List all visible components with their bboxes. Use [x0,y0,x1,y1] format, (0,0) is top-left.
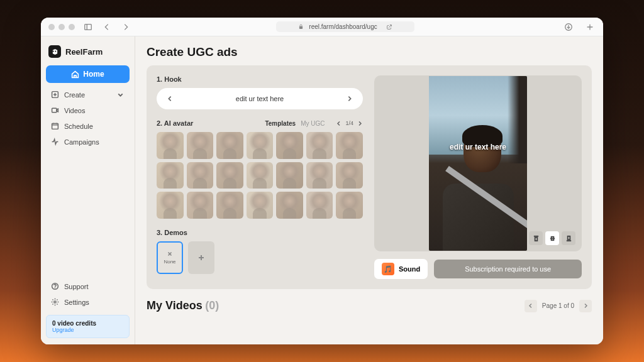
video-icon [51,106,59,114]
calendar-icon [51,122,59,130]
avatar-option[interactable] [247,132,274,159]
avatar-option[interactable] [157,192,184,219]
avatar-option[interactable] [276,192,303,219]
preview-frame: edit ur text here [429,76,527,251]
svg-rect-0 [85,24,92,30]
svg-rect-12 [52,123,58,129]
hook-input[interactable]: edit ur text here [157,88,363,109]
titlebar: reel.farm/dashboard/ugc [41,18,603,36]
nav-videos[interactable]: Videos [46,102,130,118]
back-icon[interactable] [101,21,113,33]
hook-prev-button[interactable] [165,94,174,103]
brand-name: ReelFarm [65,47,103,57]
video-preview: edit ur text here [374,75,582,251]
avatar-step-label: 2. AI avatar [157,119,193,127]
forward-icon[interactable] [120,21,131,33]
avatar-option[interactable] [187,192,214,219]
avatar-option[interactable] [336,192,363,219]
credits-box: 0 video credits Upgrade [46,315,130,338]
plus-icon [197,254,205,261]
page-title: Create UGC ads [147,45,592,59]
tab-my-ugc[interactable]: My UGC [301,120,325,127]
avatar-option[interactable] [157,132,184,159]
videos-next-button[interactable] [579,300,592,312]
svg-rect-2 [299,26,303,29]
svg-rect-24 [535,237,537,241]
x-icon [167,251,173,257]
credits-title: 0 video credits [52,320,123,327]
svg-point-18 [54,301,56,303]
demos-step-label: 3. Demos [157,229,363,236]
avatar-option[interactable] [187,132,214,159]
avatar-option[interactable] [247,162,274,189]
url-text: reel.farm/dashboard/ugc [309,23,377,30]
nav-settings[interactable]: Settings [46,294,130,310]
tab-templates[interactable]: Templates [265,120,296,127]
hook-next-button[interactable] [345,94,354,103]
videos-prev-button[interactable] [525,300,537,312]
avatar-option[interactable] [336,162,363,189]
hook-text: edit ur text here [180,95,339,102]
hook-step-label: 1. Hook [157,75,363,83]
preview-overlay-text: edit ur text here [450,143,506,151]
main-content: Create UGC ads 1. Hook edit ur text here… [135,36,603,344]
traffic-lights[interactable] [48,24,75,30]
avatar-option[interactable] [276,132,303,159]
avatar-option[interactable] [157,162,184,189]
avatar-grid [157,132,363,219]
sound-icon: 🎵 [382,263,394,275]
avatar-page: 1/4 [345,120,353,126]
nav-schedule[interactable]: Schedule [46,118,130,134]
sidebar: ReelFarm Home Create Videos Schedule [41,36,135,344]
svg-rect-28 [567,236,570,239]
avatar-option[interactable] [216,132,243,159]
download-icon[interactable] [563,21,574,33]
link-icon [386,24,392,30]
nav-create[interactable]: Create [46,87,130,102]
demo-none-button[interactable]: None [157,241,183,274]
browser-window: reel.farm/dashboard/ugc ReelFarm Home Cr… [41,18,603,344]
sound-button[interactable]: 🎵 Sound [374,259,428,279]
plus-square-icon [51,90,59,99]
svg-rect-10 [52,108,57,112]
nav-support[interactable]: Support [46,278,130,294]
settings-icon [51,298,59,306]
home-button[interactable]: Home [46,65,130,83]
avatar-option[interactable] [216,162,243,189]
sidebar-toggle-icon[interactable] [82,21,94,33]
lock-icon [298,24,304,30]
home-icon [71,70,79,79]
align-middle-button[interactable] [545,231,559,245]
brand-logo-icon [48,45,61,58]
my-videos-title: My Videos [147,299,203,312]
avatar-option[interactable] [187,162,214,189]
plus-icon[interactable] [584,21,596,33]
subscription-button[interactable]: Subscription required to use [434,260,582,278]
demo-add-button[interactable] [188,241,214,274]
create-panel: 1. Hook edit ur text here 2. AI avatar T… [147,65,592,289]
svg-marker-11 [57,109,58,112]
brand[interactable]: ReelFarm [46,43,130,65]
avatar-option[interactable] [306,162,333,189]
avatar-option[interactable] [247,192,274,219]
avatar-option[interactable] [306,192,333,219]
avatar-option[interactable] [336,132,363,159]
align-top-button[interactable] [529,231,543,245]
upgrade-link[interactable]: Upgrade [52,327,123,333]
avatar-option[interactable] [276,162,303,189]
nav-campaigns[interactable]: Campaigns [46,134,130,150]
activity-icon [51,138,59,146]
help-icon [51,282,59,290]
align-bottom-button[interactable] [562,231,575,245]
url-bar[interactable]: reel.farm/dashboard/ugc [160,21,530,32]
avatar-prev-icon[interactable] [336,121,341,126]
chevron-down-icon [116,90,125,99]
avatar-next-icon[interactable] [357,121,363,126]
avatar-option[interactable] [216,192,243,219]
home-label: Home [83,70,104,79]
avatar-option[interactable] [306,132,333,159]
videos-page-label: Page 1 of 0 [542,302,574,309]
my-videos-count: (0) [205,299,219,312]
